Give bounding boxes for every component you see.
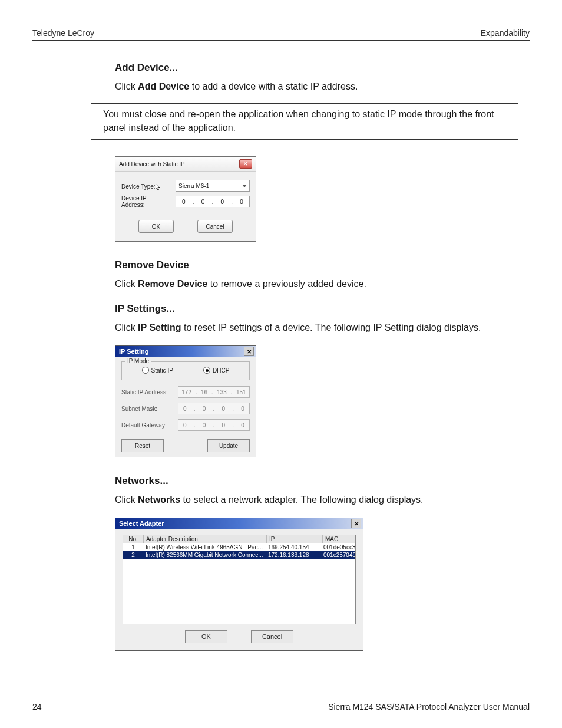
ok-button[interactable]: OK xyxy=(138,220,174,233)
radio-dhcp[interactable]: DHCP xyxy=(203,367,229,374)
cell-mac: 001c2570494f xyxy=(321,551,355,559)
heading-ip-settings: IP Settings... xyxy=(115,303,518,315)
running-header: Teledyne LeCroy Expandability xyxy=(32,28,530,41)
cell-desc: Intel(R) 82566MM Gigabit Network Connec.… xyxy=(143,551,266,559)
device-ip-input[interactable]: 0. 0. 0. 0 xyxy=(176,196,250,207)
dialog-title: Select Adapter xyxy=(119,520,164,527)
device-type-dropdown[interactable]: Sierra M6-1 xyxy=(176,180,250,192)
header-right: Expandability xyxy=(481,28,530,38)
label-device-type: Device Type: xyxy=(121,182,171,190)
label-gateway: Default Gateway: xyxy=(121,422,174,429)
cancel-button[interactable]: Cancel xyxy=(197,220,233,233)
dialog-ip-setting: IP Setting ✕ IP Mode Static IP DHCP xyxy=(115,345,256,457)
dialog-select-adapter: Select Adapter ✕ No. Adapter Description… xyxy=(115,518,363,651)
header-left: Teledyne LeCroy xyxy=(32,28,94,38)
col-desc[interactable]: Adapter Description xyxy=(144,535,267,543)
dialog-title-bar: Select Adapter ✕ xyxy=(115,518,363,529)
cursor-icon xyxy=(156,184,161,192)
heading-networks: Networks... xyxy=(115,475,518,487)
dialog-title: Add Device with Static IP xyxy=(119,161,185,167)
chevron-down-icon xyxy=(242,185,247,187)
cell-ip: 172.16.133.128 xyxy=(266,551,321,559)
dialog-title-bar: IP Setting ✕ xyxy=(115,346,256,357)
cancel-button[interactable]: Cancel xyxy=(251,630,293,643)
reset-button[interactable]: Reset xyxy=(121,439,164,452)
label-static-ip: Static IP Address: xyxy=(121,389,174,396)
cell-no: 1 xyxy=(123,543,143,551)
label-subnet: Subnet Mask: xyxy=(121,406,174,412)
col-mac[interactable]: MAC xyxy=(323,535,355,543)
radio-on-icon xyxy=(203,367,210,374)
heading-add-device: Add Device... xyxy=(115,62,518,74)
device-type-value: Sierra M6-1 xyxy=(178,183,209,189)
manual-title: Sierra M124 SAS/SATA Protocol Analyzer U… xyxy=(328,702,530,711)
col-no[interactable]: No. xyxy=(123,535,144,543)
table-row[interactable]: 1Intel(R) Wireless WiFi Link 4965AGN - P… xyxy=(123,543,355,551)
dialog-title-bar: Add Device with Static IP ✕ xyxy=(115,157,256,172)
radio-static-ip[interactable]: Static IP xyxy=(142,367,173,374)
group-title: IP Mode xyxy=(125,358,151,364)
note-box: You must close and re-open the applicati… xyxy=(91,103,518,140)
close-icon[interactable]: ✕ xyxy=(351,519,361,528)
para-add-device: Click Add Device to add a device with a … xyxy=(115,80,518,94)
cell-ip: 169.254.40.154 xyxy=(266,543,321,551)
cell-mac: 001de05cc38b xyxy=(321,543,355,551)
label-device-ip: Device IP Address: xyxy=(121,195,171,208)
cell-no: 2 xyxy=(123,551,143,559)
page-footer: 24 Sierra M124 SAS/SATA Protocol Analyze… xyxy=(32,702,530,711)
dialog-add-device: Add Device with Static IP ✕ Device Type:… xyxy=(115,156,256,242)
subnet-input[interactable]: 0. 0. 0. 0 xyxy=(178,403,250,414)
page-number: 24 xyxy=(32,702,42,711)
col-ip[interactable]: IP xyxy=(267,535,323,543)
table-row[interactable]: 2Intel(R) 82566MM Gigabit Network Connec… xyxy=(123,551,355,559)
heading-remove-device: Remove Device xyxy=(115,259,518,271)
update-button[interactable]: Update xyxy=(207,439,250,452)
gateway-input[interactable]: 0. 0. 0. 0 xyxy=(178,419,250,431)
adapter-table: No. Adapter Description IP MAC 1Intel(R)… xyxy=(123,535,356,624)
radio-off-icon xyxy=(142,367,149,374)
close-icon[interactable]: ✕ xyxy=(239,159,252,169)
table-header: No. Adapter Description IP MAC xyxy=(123,535,355,543)
ip-mode-group: IP Mode Static IP DHCP xyxy=(121,361,250,380)
static-ip-input[interactable]: 172. 16. 133. 151 xyxy=(178,386,250,398)
dialog-title: IP Setting xyxy=(119,348,149,355)
para-remove-device: Click Remove Device to remove a previous… xyxy=(115,277,518,291)
para-networks: Click Networks to select a network adapt… xyxy=(115,493,518,507)
cell-desc: Intel(R) Wireless WiFi Link 4965AGN - Pa… xyxy=(143,543,266,551)
ok-button[interactable]: OK xyxy=(185,630,227,643)
para-ip-settings: Click IP Setting to reset IP settings of… xyxy=(115,321,518,335)
close-icon[interactable]: ✕ xyxy=(244,347,254,356)
